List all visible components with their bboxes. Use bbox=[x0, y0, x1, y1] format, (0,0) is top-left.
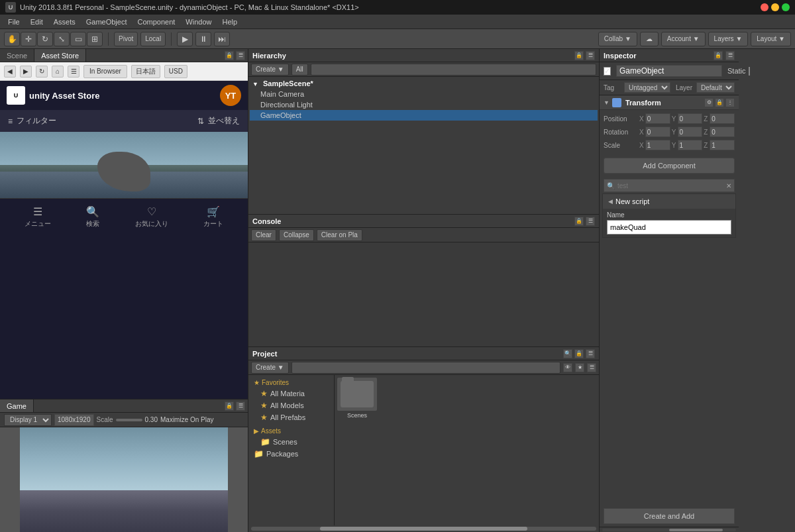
collapse-button[interactable]: Collapse bbox=[279, 229, 314, 241]
nav-cart[interactable]: 🛒 カート bbox=[203, 205, 223, 229]
menu-file[interactable]: File bbox=[3, 17, 25, 27]
component-search-input[interactable] bbox=[617, 182, 723, 189]
view-button[interactable]: ☰ bbox=[68, 66, 80, 78]
menu-component[interactable]: Component bbox=[132, 17, 180, 27]
script-name-input[interactable] bbox=[607, 220, 731, 235]
all-prefabs-item[interactable]: ★ All Prefabs bbox=[251, 411, 331, 423]
collab-button[interactable]: Collab ▼ bbox=[598, 32, 637, 46]
menu-assets[interactable]: Assets bbox=[48, 17, 81, 27]
transform-settings-icon[interactable]: ⚙ bbox=[704, 98, 714, 107]
scale-slider[interactable] bbox=[116, 419, 142, 421]
minimize-btn[interactable] bbox=[771, 3, 779, 11]
filter-button[interactable]: ≡ フィルター bbox=[8, 115, 56, 127]
hierarchy-item-samplescene[interactable]: ▼ SampleScene* bbox=[250, 78, 598, 89]
hierarchy-lock-icon[interactable]: 🔒 bbox=[574, 51, 584, 60]
position-z-input[interactable] bbox=[710, 113, 735, 124]
position-y-input[interactable] bbox=[678, 113, 703, 124]
clear-search-icon[interactable]: ✕ bbox=[726, 182, 731, 189]
scenes-asset-item[interactable]: Scenes bbox=[337, 378, 377, 419]
pivot-button[interactable]: Pivot bbox=[114, 32, 138, 46]
static-checkbox[interactable] bbox=[749, 67, 750, 76]
project-scrollbar[interactable] bbox=[251, 527, 596, 531]
clear-on-play-button[interactable]: Clear on Pla bbox=[317, 229, 362, 241]
gameobject-active-checkbox[interactable]: ✓ bbox=[604, 67, 611, 76]
display-select[interactable]: Display 1 bbox=[4, 414, 52, 426]
hierarchy-search-input[interactable] bbox=[311, 64, 596, 76]
language-button[interactable]: 日本語 bbox=[131, 65, 160, 78]
cloud-button[interactable]: ☁ bbox=[640, 32, 659, 46]
inspector-lock-icon[interactable]: 🔒 bbox=[714, 51, 723, 60]
currency-button[interactable]: USD bbox=[164, 65, 187, 78]
hierarchy-item-directionallight[interactable]: Directional Light bbox=[250, 99, 598, 110]
close-btn[interactable] bbox=[761, 3, 768, 11]
add-component-button[interactable]: Add Component bbox=[604, 158, 735, 174]
rotate-tool[interactable]: ↻ bbox=[37, 32, 53, 46]
hierarchy-item-gameobject[interactable]: GameObject bbox=[250, 110, 598, 121]
game-menu-icon[interactable]: ☰ bbox=[236, 401, 245, 411]
tab-game[interactable]: Game bbox=[0, 399, 34, 412]
all-models-item[interactable]: ★ All Models bbox=[251, 399, 331, 411]
transform-header[interactable]: ▼ Transform ⚙ 🔒 ⋮ bbox=[600, 95, 739, 110]
hierarchy-all-button[interactable]: All bbox=[292, 64, 308, 76]
rect-tool[interactable]: ▭ bbox=[70, 32, 86, 46]
hand-tool[interactable]: ✋ bbox=[4, 32, 20, 46]
console-menu-icon[interactable]: ☰ bbox=[586, 217, 595, 226]
open-in-browser-button[interactable]: In Browser bbox=[83, 65, 127, 78]
nav-favorites[interactable]: ♡ お気に入り bbox=[135, 205, 168, 229]
scale-z-input[interactable] bbox=[710, 140, 735, 150]
project-lock-icon[interactable]: 🔒 bbox=[574, 349, 584, 358]
layer-select[interactable]: Default bbox=[696, 82, 735, 93]
menu-edit[interactable]: Edit bbox=[25, 17, 48, 27]
tab-scene[interactable]: Scene bbox=[0, 49, 34, 62]
play-button[interactable]: ▶ bbox=[177, 32, 193, 46]
pause-button[interactable]: ⏸ bbox=[195, 32, 211, 46]
user-avatar[interactable]: YT bbox=[220, 85, 241, 106]
create-and-add-button[interactable]: Create and Add bbox=[604, 508, 735, 524]
nav-menu[interactable]: ☰ メニュー bbox=[25, 205, 51, 229]
menu-gameobject[interactable]: GameObject bbox=[81, 17, 132, 27]
refresh-button[interactable]: ↻ bbox=[36, 66, 48, 78]
local-button[interactable]: Local bbox=[140, 32, 166, 46]
rotation-z-input[interactable] bbox=[710, 127, 735, 137]
project-search-input[interactable] bbox=[292, 362, 560, 374]
inspector-scrollbar[interactable] bbox=[600, 527, 739, 532]
project-create-button[interactable]: Create ▼ bbox=[251, 362, 289, 374]
menu-help[interactable]: Help bbox=[217, 17, 242, 27]
back-button[interactable]: ◀ bbox=[4, 66, 16, 78]
move-tool[interactable]: ✛ bbox=[21, 32, 36, 46]
hierarchy-item-maincamera[interactable]: Main Camera bbox=[250, 89, 598, 99]
rotation-y-input[interactable] bbox=[678, 127, 703, 137]
eye-icon[interactable]: 👁 bbox=[563, 363, 572, 372]
favorites-folder[interactable]: ★ Favorites bbox=[251, 378, 331, 388]
scale-tool[interactable]: ⤡ bbox=[54, 32, 70, 46]
tag-select[interactable]: Untagged bbox=[624, 82, 670, 93]
maximize-label[interactable]: Maximize On Play bbox=[160, 416, 214, 423]
multi-tool[interactable]: ⊞ bbox=[87, 32, 103, 46]
tab-asset-store[interactable]: Asset Store bbox=[34, 49, 86, 62]
assets-folder[interactable]: ▶ Assets bbox=[251, 426, 331, 436]
sort-button[interactable]: ⇅ 並べ替え bbox=[197, 115, 240, 127]
star-icon[interactable]: ★ bbox=[575, 363, 584, 372]
maximize-btn[interactable] bbox=[782, 3, 790, 11]
console-lock-icon[interactable]: 🔒 bbox=[574, 217, 584, 226]
scale-y-input[interactable] bbox=[678, 140, 703, 150]
game-lock-icon[interactable]: 🔒 bbox=[225, 401, 234, 411]
inspector-menu-icon[interactable]: ☰ bbox=[725, 51, 735, 60]
gameobject-name-input[interactable] bbox=[616, 65, 722, 77]
layers-button[interactable]: Layers ▼ bbox=[708, 32, 749, 46]
home-button[interactable]: ⌂ bbox=[52, 66, 64, 78]
lock-icon[interactable]: 🔒 bbox=[225, 51, 234, 60]
all-materials-item[interactable]: ★ All Materia bbox=[251, 388, 331, 399]
hierarchy-menu-icon[interactable]: ☰ bbox=[586, 51, 595, 60]
layout-button[interactable]: Layout ▼ bbox=[751, 32, 791, 46]
rotation-x-input[interactable] bbox=[645, 127, 670, 137]
account-button[interactable]: Account ▼ bbox=[661, 32, 706, 46]
menu-icon[interactable]: ☰ bbox=[236, 51, 245, 60]
project-menu-icon[interactable]: ☰ bbox=[586, 349, 595, 358]
menu-window[interactable]: Window bbox=[180, 17, 217, 27]
clear-button[interactable]: Clear bbox=[251, 229, 276, 241]
list-icon[interactable]: ☰ bbox=[587, 363, 596, 372]
new-script-header[interactable]: ◀ New script bbox=[603, 194, 735, 209]
packages-folder-item[interactable]: 📁 Packages bbox=[251, 448, 331, 460]
project-search-icon[interactable]: 🔍 bbox=[563, 349, 572, 358]
